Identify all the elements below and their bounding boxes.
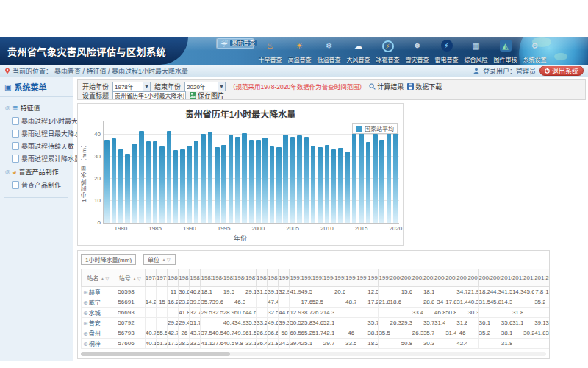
column-header-year-2005[interactable]: 2005 bbox=[445, 269, 456, 287]
column-header-year-1980[interactable]: 1980 bbox=[168, 269, 179, 287]
bar-1994[interactable] bbox=[215, 147, 220, 223]
bar-1998[interactable] bbox=[242, 133, 247, 223]
bar-1990[interactable] bbox=[187, 146, 193, 223]
column-header-year-1997[interactable]: 1997 bbox=[356, 269, 368, 287]
bar-2011[interactable] bbox=[331, 149, 337, 223]
sidebar-group-1[interactable]: ◎◕普查产品制作 bbox=[1, 165, 71, 179]
bar-2018[interactable] bbox=[379, 140, 384, 223]
save-image-button[interactable]: 保存图片 bbox=[190, 91, 224, 100]
bar-2002[interactable] bbox=[270, 146, 275, 223]
toolbar-item-rainstorm-survey[interactable]: ☔暴雨普查 bbox=[216, 38, 254, 49]
column-header-year-2002[interactable]: 2002 bbox=[412, 269, 423, 287]
column-header-year-1979[interactable]: 1979 bbox=[156, 269, 167, 287]
bar-1981[interactable] bbox=[125, 154, 130, 224]
collapse-toggle-icon[interactable]: ◎ bbox=[5, 169, 10, 175]
bar-2020[interactable] bbox=[393, 127, 398, 223]
column-header-year-2009[interactable]: 2009 bbox=[490, 269, 501, 287]
sort-arrows-icon[interactable]: ▲▽ bbox=[101, 277, 110, 281]
logout-button[interactable]: 退出系统 bbox=[539, 66, 584, 76]
bar-1989[interactable] bbox=[180, 149, 185, 224]
column-header-year-2006[interactable]: 2006 bbox=[456, 269, 467, 287]
bar-1980[interactable] bbox=[118, 149, 123, 223]
column-header-year-1988[interactable]: 1988 bbox=[257, 269, 268, 287]
toolbar-item-high-temp-survey[interactable]: ☀高温普查 bbox=[286, 38, 313, 65]
column-header-year-1989[interactable]: 1989 bbox=[268, 269, 279, 287]
bar-2017[interactable] bbox=[373, 134, 378, 223]
column-header-year-1996[interactable]: 1996 bbox=[345, 269, 356, 287]
column-header-year-1985[interactable]: 1985 bbox=[223, 269, 234, 287]
scrollbar-thumb[interactable] bbox=[81, 352, 230, 356]
bar-2004[interactable] bbox=[283, 135, 288, 223]
bar-1992[interactable] bbox=[201, 134, 206, 223]
bar-1985[interactable] bbox=[153, 141, 158, 223]
bar-1997[interactable] bbox=[235, 137, 240, 223]
bar-1995[interactable] bbox=[221, 145, 226, 223]
toolbar-item-system-settings[interactable]: ⚙系统设置 bbox=[521, 38, 548, 65]
bar-2005[interactable] bbox=[290, 137, 295, 223]
table-horizontal-scrollbar[interactable] bbox=[81, 352, 546, 356]
collapse-toggle-icon[interactable]: ◎ bbox=[5, 105, 10, 111]
column-header-year-2001[interactable]: 2001 bbox=[401, 269, 412, 287]
bar-1982[interactable] bbox=[132, 144, 137, 223]
unit-sort-chip[interactable]: 单位 ▲▽ bbox=[143, 254, 176, 265]
column-header-year-1998[interactable]: 1998 bbox=[368, 269, 379, 287]
bar-1993[interactable] bbox=[208, 132, 213, 224]
bar-1978[interactable] bbox=[104, 140, 110, 223]
bar-2007[interactable] bbox=[304, 137, 309, 223]
bar-2006[interactable] bbox=[297, 135, 302, 223]
column-header-year-1991[interactable]: 1991 bbox=[290, 269, 301, 287]
column-header-year-1978[interactable]: 1978 bbox=[145, 269, 156, 287]
bar-1979[interactable] bbox=[112, 138, 117, 223]
bar-2012[interactable] bbox=[338, 148, 343, 223]
column-header-year-2011[interactable]: 2011 bbox=[512, 269, 523, 287]
column-header-station-name[interactable]: 站名 ▲▽ bbox=[82, 269, 115, 287]
bar-1983[interactable] bbox=[139, 131, 144, 223]
calc-result-button[interactable]: 计算结果 bbox=[369, 82, 404, 91]
column-header-year-2010[interactable]: 2010 bbox=[501, 269, 512, 287]
chart-legend[interactable]: 国家站平均 bbox=[352, 123, 398, 134]
bar-2009[interactable] bbox=[318, 147, 323, 223]
value-type-chip[interactable]: 1小时降水量(mm) bbox=[81, 254, 136, 265]
toolbar-item-comprehensive-risk[interactable]: ▦综合风险 bbox=[462, 38, 490, 65]
bar-1999[interactable] bbox=[249, 140, 254, 223]
bar-2001[interactable] bbox=[262, 138, 268, 223]
bar-2008[interactable] bbox=[311, 146, 316, 223]
column-header-year-2014[interactable]: 2014 bbox=[545, 269, 550, 287]
chart-title-input[interactable] bbox=[112, 91, 186, 99]
toolbar-item-hail-survey[interactable]: ⚡冰雹普查 bbox=[374, 38, 401, 65]
expand-row-icon[interactable]: ⊕ bbox=[83, 320, 88, 327]
sidebar-item[interactable]: 普查产品制作 bbox=[1, 179, 71, 191]
column-header-year-1983[interactable]: 1983 bbox=[201, 269, 212, 287]
sort-arrows-icon[interactable]: ▲▽ bbox=[132, 277, 142, 281]
bar-2019[interactable] bbox=[387, 124, 392, 223]
sidebar-item[interactable]: 暴雨过程累计降水量 bbox=[1, 152, 71, 165]
column-header-year-2012[interactable]: 2012 bbox=[523, 269, 534, 287]
expand-row-icon[interactable]: ⊕ bbox=[83, 330, 88, 337]
column-header-year-2004[interactable]: 2004 bbox=[434, 269, 445, 287]
expand-row-icon[interactable]: ⊕ bbox=[83, 341, 88, 347]
bar-2014[interactable] bbox=[352, 132, 357, 223]
bar-2016[interactable] bbox=[366, 142, 371, 223]
column-header-year-2000[interactable]: 2000 bbox=[390, 269, 401, 287]
column-header-station-id[interactable]: 站号 ▲▽ bbox=[115, 269, 145, 287]
bar-2015[interactable] bbox=[359, 129, 364, 223]
bar-2010[interactable] bbox=[325, 145, 330, 224]
start-year-select[interactable]: 1978年▼ bbox=[112, 82, 151, 91]
column-header-year-2008[interactable]: 2008 bbox=[478, 269, 490, 287]
bar-2000[interactable] bbox=[256, 140, 261, 223]
bar-1988[interactable] bbox=[173, 150, 179, 223]
toolbar-item-map-review[interactable]: ◭图件审核 bbox=[492, 38, 519, 65]
data-download-button[interactable]: 数据下载 bbox=[407, 82, 442, 91]
expand-row-icon[interactable]: ⊕ bbox=[83, 289, 88, 296]
sidebar-group-0[interactable]: ◎≣特征值 bbox=[1, 101, 71, 115]
expand-row-icon[interactable]: ⊕ bbox=[83, 300, 88, 306]
column-header-year-1987[interactable]: 1987 bbox=[245, 269, 256, 287]
expand-row-icon[interactable]: ⊕ bbox=[83, 310, 88, 316]
bar-1986[interactable] bbox=[159, 146, 165, 223]
toolbar-item-low-temp-survey[interactable]: ❄低温普查 bbox=[315, 38, 343, 65]
bar-1984[interactable] bbox=[146, 141, 151, 223]
column-header-year-2013[interactable]: 2013 bbox=[534, 269, 545, 287]
column-header-year-2003[interactable]: 2003 bbox=[423, 269, 434, 287]
toolbar-item-snow-survey[interactable]: ❅雪灾普查 bbox=[404, 38, 431, 65]
bar-1996[interactable] bbox=[229, 135, 234, 223]
